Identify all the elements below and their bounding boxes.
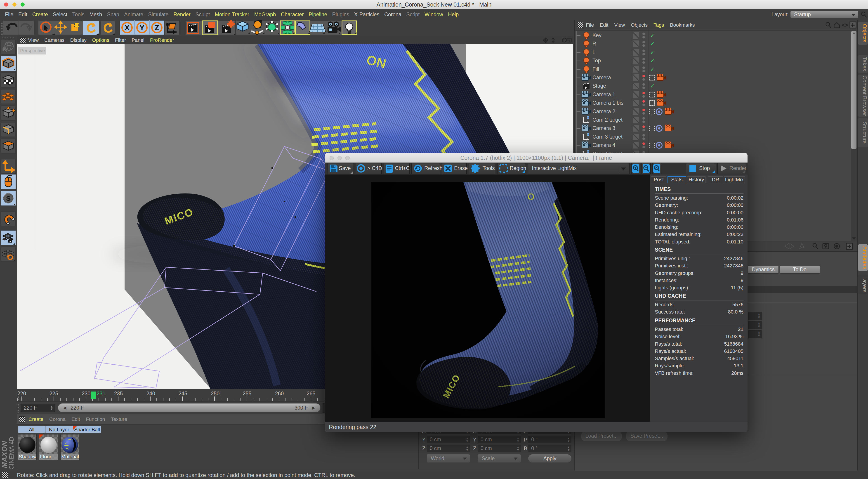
- svg-text:S: S: [6, 194, 11, 202]
- svg-text:Z: Z: [155, 23, 159, 32]
- svg-text:X: X: [125, 23, 130, 32]
- svg-text:Y: Y: [140, 23, 145, 32]
